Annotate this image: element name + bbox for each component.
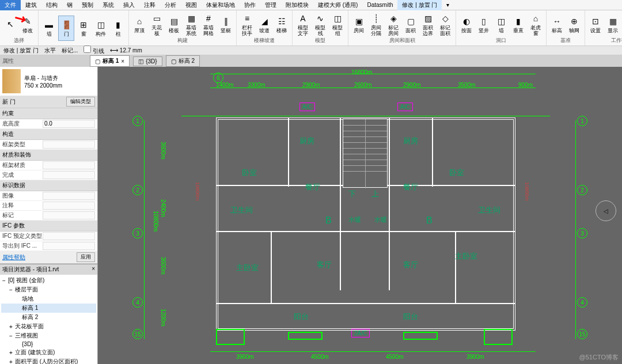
- menu-item[interactable]: 视图: [181, 0, 202, 10]
- ribbon-button[interactable]: ⊡设置: [587, 12, 604, 37]
- tree-node[interactable]: +面积平面 (人防分区面积): [1, 357, 96, 364]
- ribbon-button[interactable]: ◇标记面积: [437, 12, 453, 37]
- ribbon-button[interactable]: ⌂屋顶: [131, 12, 147, 37]
- ribbon-button[interactable]: ▤楼板: [166, 12, 182, 37]
- properties-help-link[interactable]: 属性帮助: [2, 253, 25, 261]
- view-cube[interactable]: ◁: [596, 200, 616, 221]
- menu-item[interactable]: 建筑: [21, 0, 41, 10]
- ribbon-button[interactable]: ☷楼梯: [274, 12, 290, 37]
- ribbon-button[interactable]: #幕墙网格: [200, 12, 217, 37]
- ribbon-button[interactable]: ◈标记房间: [385, 12, 401, 37]
- ribbon-button[interactable]: ⌂老虎窗: [528, 12, 544, 37]
- view-tab[interactable]: ▢标高 1×: [90, 55, 130, 67]
- expand-icon[interactable]: +: [8, 324, 14, 330]
- ribbon-button[interactable]: ∿模型线: [312, 12, 328, 37]
- expand-icon[interactable]: +: [8, 359, 14, 365]
- grid-bubble: 2: [132, 185, 143, 195]
- ribbon-button[interactable]: ◫墙: [493, 12, 509, 37]
- ribbon-icon: ▦: [185, 13, 197, 24]
- ribbon-button[interactable]: ▢面积: [403, 12, 419, 37]
- ribbon-button[interactable]: ▬墙: [41, 16, 57, 41]
- ribbon-button[interactable]: ▨面积边界: [420, 12, 436, 37]
- expand-icon[interactable]: −: [8, 287, 14, 293]
- leader-checkbox[interactable]: [84, 46, 91, 53]
- ribbon-icon: ▨: [422, 13, 434, 24]
- expand-icon[interactable]: −: [1, 278, 7, 284]
- ribbon-button[interactable]: ▮柱: [110, 16, 126, 41]
- tag-label[interactable]: 标记...: [62, 47, 78, 55]
- ribbon-button[interactable]: ▮垂直: [510, 12, 526, 37]
- property-row[interactable]: 标记: [0, 211, 97, 221]
- ribbon-button[interactable]: ┊房间分隔: [368, 12, 384, 37]
- view-tab[interactable]: ◫{3D}: [133, 56, 162, 66]
- property-row[interactable]: 底高度0.0: [0, 119, 97, 129]
- ribbon-button[interactable]: ‖竖梃: [218, 12, 234, 37]
- orientation[interactable]: 水平: [44, 47, 56, 55]
- ribbon-button[interactable]: ◐按面: [458, 12, 475, 37]
- ribbon-button[interactable]: ≡栏杆扶手: [239, 12, 255, 37]
- tree-node[interactable]: +天花板平面: [1, 322, 96, 331]
- ribbon-button[interactable]: ▦幕墙系统: [183, 12, 199, 37]
- property-group-header[interactable]: 约束: [0, 108, 97, 119]
- menu-item[interactable]: 注释: [139, 0, 160, 10]
- ribbon-button[interactable]: ▦显示: [605, 12, 621, 37]
- property-row[interactable]: 完成: [0, 170, 97, 180]
- close-icon[interactable]: ×: [121, 58, 124, 65]
- ribbon-button[interactable]: ⊞窗: [75, 16, 92, 41]
- ribbon-button[interactable]: A模型文字: [295, 12, 311, 37]
- tree-node[interactable]: 标高 1: [1, 304, 96, 313]
- menu-item[interactable]: 附加模块: [281, 0, 313, 10]
- property-row[interactable]: IFC 预定义类型: [0, 232, 97, 241]
- project-browser-tree[interactable]: −[0] 视图 (全部)−楼层平面场地标高 1标高 2+天花板平面−三维视图{3…: [0, 275, 97, 364]
- apply-button[interactable]: 应用: [77, 252, 95, 262]
- menu-item[interactable]: 系统: [98, 0, 119, 10]
- menu-item[interactable]: 插入: [119, 0, 139, 10]
- menu-item[interactable]: 分析: [160, 0, 181, 10]
- ribbon-button[interactable]: ◫模型组: [329, 12, 346, 37]
- property-group-header[interactable]: 标识数据: [0, 180, 97, 191]
- menu-item[interactable]: Datasmith: [362, 1, 397, 9]
- ribbon-button[interactable]: ▣房间: [351, 12, 367, 37]
- ribbon-button[interactable]: ▭天花板: [149, 12, 165, 37]
- edit-type-button[interactable]: 编辑类型: [66, 97, 95, 107]
- ribbon-button[interactable]: ↔标高: [549, 12, 565, 37]
- expand-icon[interactable]: −: [8, 333, 14, 339]
- property-group-header[interactable]: IFC 参数: [0, 221, 97, 232]
- property-group-header[interactable]: 材质和装饰: [0, 150, 97, 161]
- menu-item[interactable]: 结构: [41, 0, 62, 10]
- property-row[interactable]: 图像: [0, 191, 97, 201]
- property-row[interactable]: 框架类型: [0, 140, 97, 150]
- property-row[interactable]: 框架材质: [0, 161, 97, 170]
- ribbon-button[interactable]: ◫构件: [93, 16, 109, 41]
- property-group-header[interactable]: 构造: [0, 129, 97, 140]
- view-tab[interactable]: ▢标高 2: [166, 55, 200, 67]
- tree-node[interactable]: 标高 2: [1, 313, 96, 322]
- tree-node[interactable]: −楼层平面: [1, 285, 96, 294]
- property-row[interactable]: 注释: [0, 201, 97, 211]
- tree-node[interactable]: +立面 (建筑立面): [1, 348, 96, 357]
- tree-node[interactable]: {3D}: [1, 340, 96, 348]
- ribbon-button[interactable]: ▯竖井: [476, 12, 492, 37]
- ribbon-button[interactable]: ⊕轴网: [566, 12, 582, 37]
- menu-item[interactable]: 协作: [240, 0, 260, 10]
- menu-item[interactable]: 钢: [62, 0, 77, 10]
- drawing-canvas[interactable]: 16800m 1400m 3300m 2900m 2600m 2900m 350…: [98, 67, 622, 364]
- menu-overflow-icon[interactable]: ▾: [442, 1, 454, 9]
- menu-item[interactable]: 预制: [77, 0, 98, 10]
- tree-node[interactable]: −[0] 视图 (全部): [1, 276, 96, 285]
- menu-item[interactable]: 管理: [260, 0, 281, 10]
- property-row[interactable]: 导出到 IFC ...: [0, 241, 97, 251]
- leader-length[interactable]: ⟷ 12.7 mm: [110, 47, 142, 54]
- menu-item[interactable]: 体量和场地: [202, 0, 240, 10]
- ribbon-button[interactable]: ◢坡道: [256, 12, 272, 37]
- left-panel: 单扇 - 与墙齐 750 x 2000mm 新 门 编辑类型 约束底高度0.0构…: [0, 67, 98, 364]
- tree-node[interactable]: 场地: [1, 294, 96, 304]
- menu-item[interactable]: 建模大师 (通用): [313, 0, 362, 10]
- menu-item[interactable]: 修改 | 放置 门: [397, 0, 442, 10]
- menu-file[interactable]: 文件: [0, 0, 21, 10]
- close-icon[interactable]: ×: [92, 266, 95, 274]
- tree-node[interactable]: −三维视图: [1, 331, 96, 340]
- ribbon-button[interactable]: 🚪门: [58, 16, 74, 41]
- expand-icon[interactable]: +: [8, 350, 14, 356]
- type-selector[interactable]: 单扇 - 与墙齐 750 x 2000mm: [0, 67, 97, 96]
